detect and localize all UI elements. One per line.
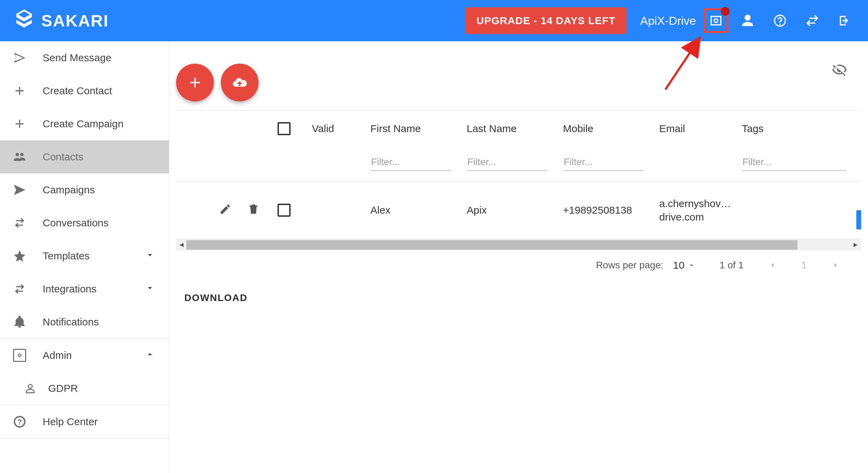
star-icon — [12, 249, 27, 263]
sidebar-item-notifications[interactable]: Notifications — [0, 305, 169, 338]
sidebar-item-help-center[interactable]: ? Help Center — [0, 405, 169, 438]
svg-text:?: ? — [17, 418, 22, 426]
horizontal-scrollbar[interactable]: ◄ ► — [176, 239, 861, 250]
bell-icon — [12, 315, 27, 329]
cell-first-name: Alex — [367, 182, 463, 239]
sidebar: Send Message Create Contact Create Campa… — [0, 41, 169, 473]
cell-mobile: +19892508138 — [560, 182, 656, 239]
logout-icon[interactable] — [835, 11, 854, 30]
chevron-down-icon — [145, 283, 155, 295]
col-header-first-name[interactable]: First Name — [367, 110, 463, 147]
sidebar-item-label: Templates — [43, 250, 90, 262]
page-number: 1 — [801, 260, 807, 271]
pagination: Rows per page: 10 1 of 1 1 — [176, 250, 861, 280]
help-icon[interactable] — [770, 11, 790, 30]
fab-add-button[interactable] — [176, 64, 214, 101]
col-header-valid[interactable]: Valid — [308, 110, 367, 147]
chevron-down-icon — [688, 261, 695, 269]
fab-upload-button[interactable] — [221, 64, 259, 101]
filter-tags[interactable] — [742, 154, 846, 171]
filter-first-name[interactable] — [370, 154, 451, 171]
sidebar-item-integrations[interactable]: Integrations — [0, 272, 169, 305]
plus-icon — [12, 117, 27, 131]
upgrade-button[interactable]: UPGRADE - 14 DAYS LEFT — [465, 7, 626, 34]
help-outline-icon: ? — [12, 415, 27, 429]
col-header-mobile[interactable]: Mobile — [560, 110, 656, 147]
sidebar-item-label: Campaigns — [43, 184, 95, 196]
plus-icon — [12, 84, 27, 98]
select-all-checkbox[interactable] — [278, 122, 291, 135]
row-drag-handle-icon[interactable] — [856, 210, 861, 229]
person-outline-icon — [24, 382, 36, 395]
sidebar-item-contacts[interactable]: Contacts — [0, 140, 169, 173]
row-checkbox[interactable] — [278, 204, 291, 217]
scroll-track[interactable] — [186, 240, 851, 250]
cloud-upload-icon — [231, 74, 248, 91]
profile-icon[interactable] — [738, 11, 757, 30]
sidebar-item-create-campaign[interactable]: Create Campaign — [0, 107, 169, 140]
col-header-last-name[interactable]: Last Name — [463, 110, 560, 147]
chevron-up-icon — [145, 349, 155, 362]
sidebar-item-conversations[interactable]: Conversations — [0, 206, 169, 239]
topbar-icons — [738, 11, 854, 30]
download-button[interactable]: DOWNLOAD — [184, 292, 248, 303]
scroll-left-arrow-icon[interactable]: ◄ — [178, 241, 185, 249]
settings-gear-icon[interactable] — [706, 11, 726, 30]
sidebar-item-label: Send Message — [43, 52, 111, 64]
delete-icon[interactable] — [247, 203, 260, 218]
scroll-right-arrow-icon[interactable]: ► — [852, 241, 859, 249]
sidebar-item-admin[interactable]: Admin — [0, 339, 169, 372]
cell-last-name: Apix — [463, 182, 560, 239]
sidebar-item-label: Help Center — [43, 416, 98, 428]
brand[interactable]: SAKARI — [14, 9, 109, 33]
contacts-table: Valid First Name Last Name Mobile Email … — [176, 110, 861, 239]
sidebar-item-label: Integrations — [43, 283, 97, 295]
send-icon — [12, 183, 27, 197]
sidebar-item-templates[interactable]: Templates — [0, 239, 169, 272]
col-header-email[interactable]: Email — [656, 110, 738, 147]
page-next-icon[interactable] — [831, 260, 840, 270]
topbar: SAKARI UPGRADE - 14 DAYS LEFT ApiX-Drive — [0, 0, 868, 41]
people-icon — [12, 150, 27, 164]
swap-small-icon — [12, 282, 27, 296]
sidebar-item-label: Create Campaign — [43, 118, 123, 130]
sidebar-item-label: Conversations — [43, 217, 109, 229]
page-prev-icon[interactable] — [768, 260, 777, 270]
swap-small-icon — [12, 216, 27, 230]
table-header-row: Valid First Name Last Name Mobile Email … — [176, 110, 861, 147]
sidebar-item-label: Contacts — [43, 151, 83, 163]
sidebar-item-label: Create Contact — [43, 85, 112, 97]
rows-per-page-label: Rows per page: — [596, 260, 663, 271]
cell-email: a.chernyshov… drive.com — [656, 182, 738, 239]
sidebar-item-label: Notifications — [43, 316, 99, 328]
filter-mobile[interactable] — [563, 154, 643, 171]
sidebar-item-create-contact[interactable]: Create Contact — [0, 74, 169, 107]
brand-name: SAKARI — [41, 11, 109, 30]
plus-icon — [187, 74, 203, 91]
account-name[interactable]: ApiX-Drive — [640, 14, 696, 28]
brand-logo-icon — [14, 9, 34, 33]
rows-per-page-select[interactable]: 10 — [673, 259, 695, 271]
col-header-tags[interactable]: Tags — [738, 110, 861, 147]
page-range: 1 of 1 — [719, 260, 744, 271]
cell-valid — [308, 182, 367, 239]
sidebar-item-campaigns[interactable]: Campaigns — [0, 173, 169, 206]
sidebar-item-label: Admin — [43, 350, 72, 361]
filter-row — [176, 147, 861, 181]
table-row[interactable]: Alex Apix +19892508138 a.chernyshov… dri… — [176, 182, 861, 239]
sidebar-sub-label: GDPR — [48, 383, 78, 394]
admin-gear-icon — [12, 348, 27, 363]
sidebar-item-send-message[interactable]: Send Message — [0, 41, 169, 74]
send-icon — [12, 51, 27, 65]
settings-gear-highlighted[interactable] — [704, 8, 728, 33]
swap-icon[interactable] — [803, 11, 822, 30]
filter-last-name[interactable] — [467, 154, 547, 171]
main-content: Valid First Name Last Name Mobile Email … — [169, 41, 868, 473]
scroll-thumb[interactable] — [186, 240, 798, 250]
edit-icon[interactable] — [219, 203, 231, 218]
sidebar-sub-gdpr[interactable]: GDPR — [0, 372, 169, 405]
chevron-down-icon — [145, 250, 155, 262]
